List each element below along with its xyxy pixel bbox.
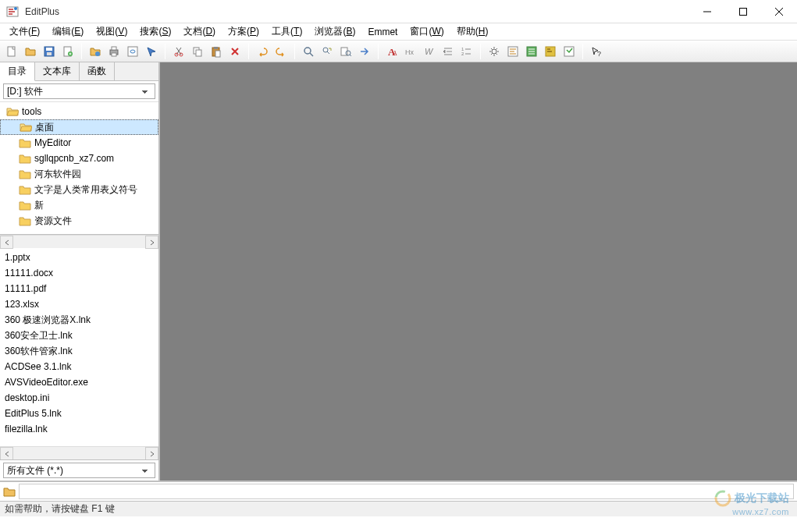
menu-W[interactable]: 窗口(W) [404,23,450,40]
folder-item[interactable]: 河东软件园 [0,166,158,182]
hex-icon[interactable]: Hx [402,43,419,60]
print-icon[interactable] [105,43,123,60]
file-item[interactable]: EditPlus 5.lnk [3,406,155,421]
file-item[interactable]: AVSVideoEditor.exe [3,374,155,390]
svg-text:2: 2 [461,51,464,56]
folder-label: 河东软件园 [34,167,81,181]
folder-item[interactable]: 桌面 [0,119,158,135]
menu-V[interactable]: 视图(V) [90,23,133,40]
folder-label: 文字是人类常用表义符号 [34,183,137,197]
menu-H[interactable]: 帮助(H) [450,23,495,40]
folder-label: 资源文件 [34,214,72,228]
browser-icon[interactable] [143,43,160,60]
goto-icon[interactable] [356,43,373,60]
status-bar: 如需帮助，请按键盘 F1 键 [0,501,797,516]
file-item[interactable]: 11111.docx [3,265,155,281]
help-icon[interactable]: ? [588,43,605,60]
line-number-icon[interactable]: 12 [458,43,475,60]
file-filter-select[interactable]: 所有文件 (*.*) [3,463,155,478]
path-input[interactable] [19,484,794,499]
editor-area [160,62,797,481]
output-icon[interactable] [542,43,559,60]
menu-F[interactable]: 文件(F) [3,23,46,40]
svg-text:?: ? [597,50,601,58]
sidebar-tab-0[interactable]: 目录 [0,62,35,81]
indent-icon[interactable] [439,43,457,60]
svg-rect-12 [112,53,116,56]
svg-rect-13 [128,47,137,56]
font-icon[interactable]: AA [383,43,400,60]
save-icon[interactable] [41,43,58,60]
file-item[interactable]: 360 极速浏览器X.lnk [3,312,155,328]
titlebar: EditPlus [0,0,797,23]
document-list-icon[interactable] [560,43,578,60]
svg-rect-17 [196,50,201,56]
settings-icon[interactable] [486,43,503,60]
folder-item[interactable]: MyEditor [0,135,158,151]
menu-P[interactable]: 方案(P) [222,23,265,40]
svg-text:Hx: Hx [405,48,414,56]
sidebar-tab-2[interactable]: 函数 [80,62,115,80]
folder-icon [19,200,31,211]
file-item[interactable]: 360安全卫士.lnk [3,328,155,343]
folder-item[interactable]: 资源文件 [0,213,158,229]
replace-icon[interactable] [318,43,336,60]
folder-item[interactable]: tools [0,104,158,119]
file-item[interactable]: 11111.pdf [3,281,155,296]
sidebar-tab-1[interactable]: 文本库 [35,62,80,80]
copy-icon[interactable] [189,43,206,60]
svg-point-1 [14,7,17,10]
cut-icon[interactable] [170,43,187,60]
sidebar-tabs: 目录文本库函数 [0,62,158,81]
sidebar: 目录文本库函数 [D:] 软件 tools桌面MyEditorsgllqpcnb… [0,62,160,481]
svg-rect-19 [214,47,218,49]
file-item[interactable]: ACDSee 3.1.lnk [3,359,155,374]
new-file-icon[interactable] [3,43,20,60]
folder-icon [19,153,31,164]
folder-item[interactable]: sgllqpcnb_xz7.com [0,151,158,166]
minimize-button[interactable] [689,0,725,23]
open-file-icon[interactable] [22,43,39,60]
file-item[interactable]: 1.pptx [3,250,155,265]
folder-item[interactable]: 文字是人类常用表义符号 [0,182,158,197]
menu-S[interactable]: 搜索(S) [133,23,177,40]
app-title: EditPlus [25,6,689,17]
folder-tree[interactable]: tools桌面MyEditorsgllqpcnb_xz7.com河东软件园文字是… [0,102,158,235]
menu-B[interactable]: 浏览器(B) [308,23,361,40]
drive-select[interactable]: [D:] 软件 [3,83,155,99]
folder-tree-hscroll[interactable] [0,235,158,248]
svg-rect-5 [46,48,52,51]
path-bar [0,481,797,501]
file-list[interactable]: 1.pptx11111.docx11111.pdf123.xlsx360 极速浏… [0,248,158,446]
delete-icon[interactable] [226,43,244,60]
file-item[interactable]: 360软件管家.lnk [3,343,155,359]
paste-icon[interactable] [208,43,225,60]
menu-Emmet[interactable]: Emmet [361,25,404,39]
find-icon[interactable] [300,43,317,60]
wordwrap-icon[interactable]: W [421,43,438,60]
cliptext-icon[interactable] [504,43,521,60]
svg-point-21 [304,48,311,54]
svg-rect-2 [740,8,747,15]
menu-D[interactable]: 文档(D) [177,23,222,40]
menu-T[interactable]: 工具(T) [265,23,308,40]
folder-item[interactable]: 新 [0,197,158,213]
file-item[interactable]: 123.xlsx [3,296,155,312]
menu-E[interactable]: 编辑(E) [46,23,90,40]
redo-icon[interactable] [272,43,290,60]
file-item[interactable]: filezilla.lnk [3,421,155,437]
open-remote-icon[interactable] [87,43,104,60]
file-item[interactable]: desktop.ini [3,390,155,406]
file-list-hscroll[interactable] [0,446,158,459]
maximize-button[interactable] [725,0,761,23]
svg-text:A: A [393,50,397,57]
folder-label: 桌面 [35,120,54,134]
undo-icon[interactable] [254,43,271,60]
preview-icon[interactable] [124,43,141,60]
find-in-files-icon[interactable] [337,43,354,60]
status-text: 如需帮助，请按键盘 F1 键 [5,502,115,516]
new-html-icon[interactable] [59,43,76,60]
close-button[interactable] [761,0,797,23]
directory-icon[interactable] [523,43,540,60]
svg-text:W: W [425,47,434,56]
